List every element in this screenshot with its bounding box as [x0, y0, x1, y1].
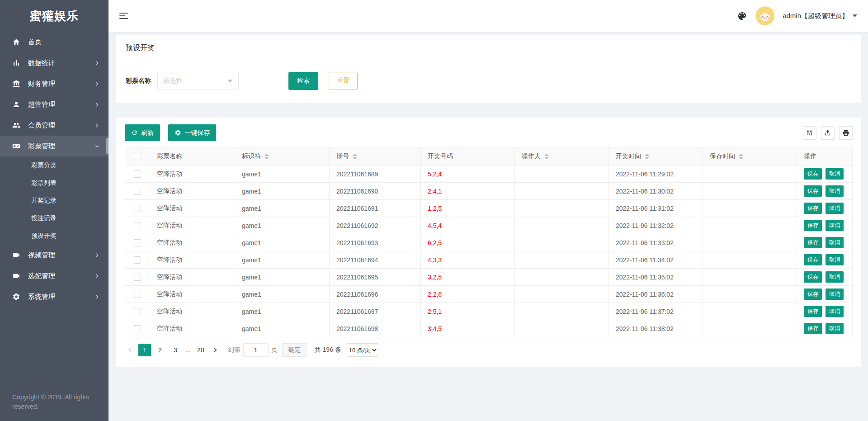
toolbar-left: 刷新 一键保存 [125, 124, 222, 141]
cancel-button[interactable]: 取消 [826, 203, 844, 214]
row-checkbox[interactable] [134, 291, 141, 298]
cancel-button[interactable]: 取消 [826, 306, 844, 317]
select-placeholder: 请选择 [163, 77, 182, 85]
sidebar-item-home[interactable]: 首页 [0, 32, 108, 52]
row-checkbox[interactable] [134, 188, 141, 195]
save-button[interactable]: 保存 [804, 168, 822, 180]
sort-icon[interactable] [264, 154, 269, 159]
menu-toggle-icon[interactable] [119, 11, 129, 21]
column-header: 彩票名称 [150, 147, 235, 166]
sidebar-item-concubine[interactable]: 选妃管理 [0, 265, 108, 286]
row-checkbox-cell [125, 303, 150, 320]
column-label: 操作人 [522, 152, 541, 160]
sidebar-item-video[interactable]: 视频管理 [0, 245, 108, 265]
chart-icon [12, 59, 20, 67]
cell-save-time [703, 234, 797, 251]
save-button[interactable]: 保存 [804, 237, 822, 248]
row-checkbox[interactable] [134, 274, 141, 281]
row-checkbox[interactable] [134, 205, 141, 212]
goto-page-input[interactable] [243, 343, 269, 357]
cancel-button[interactable]: 取消 [826, 220, 844, 231]
lottery-name-select[interactable]: 请选择 [157, 72, 239, 90]
sidebar-item-system[interactable]: 系统管理 [0, 286, 108, 307]
save-button[interactable]: 保存 [804, 306, 822, 317]
cancel-button[interactable]: 取消 [826, 289, 844, 300]
row-checkbox[interactable] [134, 308, 141, 315]
cols-button[interactable] [803, 126, 816, 140]
save-button[interactable]: 保存 [804, 271, 822, 283]
row-checkbox[interactable] [134, 256, 141, 264]
pagination: 123...20 到第 页 确定 共 196 条 10 条/页 [125, 343, 853, 357]
total-count: 共 196 条 [315, 346, 341, 354]
cell-numbers: 6,2,5 [421, 234, 515, 251]
select-all-checkbox[interactable] [134, 153, 141, 160]
refresh-icon [131, 129, 138, 136]
sidebar-item-stats[interactable]: 数据统计 [0, 52, 108, 73]
prev-page-icon[interactable] [125, 344, 136, 356]
sidebar-item-members[interactable]: 会员管理 [0, 115, 108, 136]
cell-draw-time: 2022-11-06 11:34:02 [609, 251, 703, 269]
row-checkbox-cell [125, 217, 150, 234]
sort-icon[interactable] [353, 154, 357, 159]
refresh-button[interactable]: 刷新 [125, 124, 160, 141]
save-button[interactable]: 保存 [804, 220, 822, 231]
search-button[interactable]: 检索 [288, 72, 318, 90]
sort-icon[interactable] [739, 154, 743, 159]
save-all-button[interactable]: 一键保存 [168, 124, 216, 141]
sidebar-subitem[interactable]: 彩票分类 [0, 156, 108, 174]
print-button[interactable] [839, 126, 853, 140]
row-checkbox[interactable] [134, 239, 141, 246]
row-actions: 保存取消 [797, 183, 853, 200]
page-numbers: 123...20 [138, 344, 207, 356]
cell-save-time [703, 251, 797, 269]
save-button[interactable]: 保存 [804, 323, 822, 334]
reset-button[interactable]: 重置 [329, 72, 358, 90]
sidebar-item-lottery[interactable]: 彩票管理 [0, 136, 108, 156]
goto-confirm-button[interactable]: 确定 [282, 343, 307, 357]
column-header: 保存时间 [703, 147, 797, 166]
cancel-button[interactable]: 取消 [826, 323, 844, 334]
sidebar-subitem[interactable]: 开奖记录 [0, 192, 108, 209]
sort-icon[interactable] [544, 154, 549, 159]
cancel-button[interactable]: 取消 [826, 271, 844, 283]
user-avatar[interactable] [755, 6, 774, 25]
cell-issue: 202211061690 [330, 183, 421, 200]
sidebar-subitem[interactable]: 彩票列表 [0, 174, 108, 192]
cancel-button[interactable]: 取消 [826, 168, 844, 180]
row-checkbox[interactable] [134, 170, 141, 178]
sidebar-item-finance[interactable]: 财务管理 [0, 73, 108, 94]
user-menu[interactable]: admin【超级管理员】 [783, 12, 857, 20]
next-page-icon[interactable] [210, 344, 221, 356]
sidebar-menu: 首页数据统计财务管理超管管理会员管理彩票管理彩票分类彩票列表开奖记录投注记录预设… [0, 32, 108, 307]
sort-icon[interactable] [645, 154, 649, 159]
page-number-1[interactable]: 1 [138, 344, 151, 356]
cancel-button[interactable]: 取消 [826, 237, 844, 248]
page-number-20[interactable]: 20 [194, 344, 207, 356]
sidebar-subitem[interactable]: 预设开奖 [0, 227, 108, 245]
cancel-button[interactable]: 取消 [826, 254, 844, 265]
column-header: 开奖号码 [421, 147, 515, 166]
row-checkbox[interactable] [134, 325, 141, 332]
theme-palette-icon[interactable] [737, 11, 747, 21]
save-button[interactable]: 保存 [804, 185, 822, 197]
row-checkbox[interactable] [134, 222, 141, 229]
row-checkbox-cell [125, 251, 150, 269]
save-button[interactable]: 保存 [804, 203, 822, 214]
page-number-2[interactable]: 2 [154, 344, 166, 356]
export-button[interactable] [821, 126, 835, 140]
video-icon [12, 251, 20, 259]
table-row: 空降活动game12022110616911,2,52022-11-06 11:… [125, 200, 853, 217]
cell-numbers: 2,5,1 [421, 303, 515, 320]
sidebar-submenu-lottery: 彩票分类彩票列表开奖记录投注记录预设开奖 [0, 156, 108, 245]
save-button[interactable]: 保存 [804, 254, 822, 265]
cell-name: 空降活动 [150, 183, 235, 200]
cancel-button[interactable]: 取消 [826, 185, 844, 197]
page-number-3[interactable]: 3 [169, 344, 182, 356]
save-button[interactable]: 保存 [804, 289, 822, 300]
page-size-select[interactable]: 10 条/页 [347, 343, 378, 357]
sidebar-item-super-admin[interactable]: 超管管理 [0, 94, 108, 115]
row-checkbox-cell [125, 320, 150, 337]
sidebar-subitem[interactable]: 投注记录 [0, 209, 108, 227]
table-toolbar: 刷新 一键保存 [125, 124, 853, 141]
page-title: 预设开奖 [116, 35, 861, 60]
